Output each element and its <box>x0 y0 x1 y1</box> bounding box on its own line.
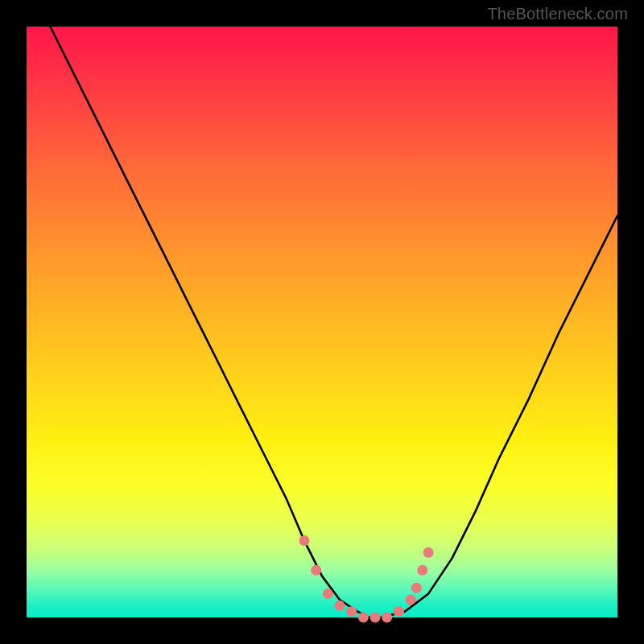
curve-dot <box>394 606 404 617</box>
watermark-text: TheBottleneck.com <box>487 5 628 23</box>
curve-svg <box>27 27 617 617</box>
bottleneck-curve <box>50 27 617 617</box>
curve-dot <box>382 613 392 623</box>
curve-dot <box>358 613 369 623</box>
curve-dot <box>370 613 381 623</box>
plot-area <box>27 27 617 617</box>
curve-dot <box>411 583 422 593</box>
curve-dot <box>299 535 310 546</box>
curve-dot <box>423 547 434 558</box>
curve-dot <box>323 588 333 599</box>
curve-dot <box>311 565 321 576</box>
curve-dot <box>406 595 416 605</box>
chart-frame: TheBottleneck.com <box>0 0 644 644</box>
curve-dots-group <box>299 535 434 622</box>
curve-dot <box>346 606 357 617</box>
curve-dot <box>335 601 345 611</box>
curve-dot <box>417 565 427 576</box>
